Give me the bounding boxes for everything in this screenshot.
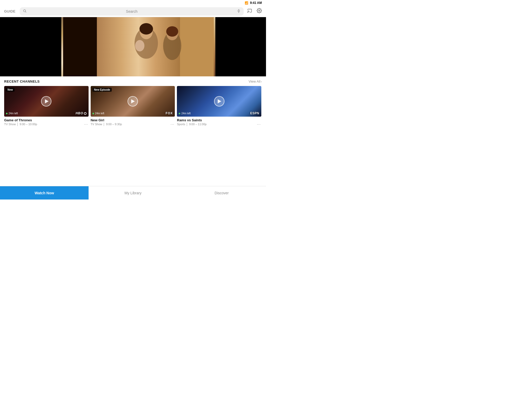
bottom-tab-bar: Watch Now My Library Discover <box>0 186 266 200</box>
card-time-espn: 9:00 – 11:00p <box>189 123 207 126</box>
search-icon <box>23 9 26 14</box>
guide-label: GUIDE <box>4 9 17 13</box>
svg-point-6 <box>259 10 260 11</box>
hero-video[interactable] <box>0 17 266 76</box>
svg-point-5 <box>248 12 248 12</box>
card-time-newgirl: 9:00 – 9:30p <box>106 123 122 126</box>
svg-point-18 <box>166 26 178 37</box>
svg-point-15 <box>135 40 144 51</box>
play-button-espn[interactable] <box>214 96 224 107</box>
svg-rect-2 <box>238 9 239 11</box>
card-title-got: Game of Thrones <box>4 118 89 122</box>
tab-discover[interactable]: Discover <box>177 186 266 200</box>
wifi-icon: 📶 <box>245 1 248 5</box>
settings-icon[interactable] <box>257 8 262 15</box>
card-thumbnail-espn: 24m left ESPN <box>177 86 261 117</box>
card-type-espn: Sports <box>177 123 185 126</box>
play-button-got[interactable] <box>41 96 51 107</box>
section-header: RECENT CHANNELS View All › <box>4 79 262 83</box>
channel-card-espn[interactable]: 24m left ESPN Rams vs Saints Sports │ 9:… <box>177 86 261 127</box>
header: GUIDE Search <box>0 6 266 17</box>
tab-watch-now[interactable]: Watch Now <box>0 186 89 200</box>
svg-line-1 <box>25 12 26 12</box>
header-icons <box>247 8 262 15</box>
channel-logo-fox: FOX <box>166 111 173 115</box>
card-title-espn: Rams vs Saints <box>177 118 261 122</box>
svg-point-14 <box>139 23 153 35</box>
card-title-newgirl: New Girl <box>91 118 175 122</box>
mic-icon[interactable] <box>237 9 241 14</box>
channels-scroll: New 24m left HBO Game of Thrones TV Show… <box>4 86 262 127</box>
svg-rect-8 <box>63 17 97 76</box>
more-options-newgirl[interactable]: ··· <box>170 122 175 126</box>
cast-icon[interactable] <box>247 8 252 14</box>
badge-new-newgirl: New Episode <box>92 88 112 92</box>
section-title: RECENT CHANNELS <box>4 79 40 83</box>
time-left-got: 24m left <box>6 112 18 115</box>
time-left-newgirl: 24m left <box>92 112 104 115</box>
card-info-espn: Rams vs Saints Sports │ 9:00 – 11:00p ··… <box>177 117 261 127</box>
card-type-newgirl: TV Show <box>91 123 102 126</box>
more-options-espn[interactable]: ··· <box>256 122 261 126</box>
chevron-right-icon: › <box>261 80 262 83</box>
status-time: 9:41 AM <box>250 1 262 5</box>
more-options-got[interactable]: ··· <box>84 122 89 126</box>
status-bar: 📶 9:41 AM <box>0 0 266 6</box>
card-thumbnail-got: New 24m left HBO <box>4 86 89 117</box>
search-bar[interactable]: Search <box>20 7 244 16</box>
card-info-got: Game of Thrones TV Show │ 9:00 – 10:00p … <box>4 117 89 127</box>
play-button-newgirl[interactable] <box>128 96 138 107</box>
card-type-got: TV Show <box>4 123 16 126</box>
time-left-espn: 24m left <box>179 112 191 115</box>
view-all-button[interactable]: View All › <box>249 79 262 83</box>
tab-my-library[interactable]: My Library <box>89 186 177 200</box>
view-all-label: View All <box>249 79 260 83</box>
card-info-newgirl: New Girl TV Show │ 9:00 – 9:30p ··· <box>91 117 175 127</box>
svg-point-0 <box>23 10 25 12</box>
channel-card-got[interactable]: New 24m left HBO Game of Thrones TV Show… <box>4 86 89 127</box>
search-placeholder-text: Search <box>29 9 235 14</box>
channel-card-newgirl[interactable]: New Episode 24m left FOX New Girl TV Sho… <box>91 86 175 127</box>
card-thumbnail-newgirl: New Episode 24m left FOX <box>91 86 175 117</box>
channel-logo-hbo: HBO <box>76 111 87 115</box>
badge-new-got: New <box>6 88 15 92</box>
recent-channels-section: RECENT CHANNELS View All › New 24m left … <box>0 76 266 127</box>
svg-rect-10 <box>180 17 214 76</box>
channel-logo-espn: ESPN <box>250 111 259 115</box>
card-time-got: 9:00 – 10:00p <box>20 123 37 126</box>
